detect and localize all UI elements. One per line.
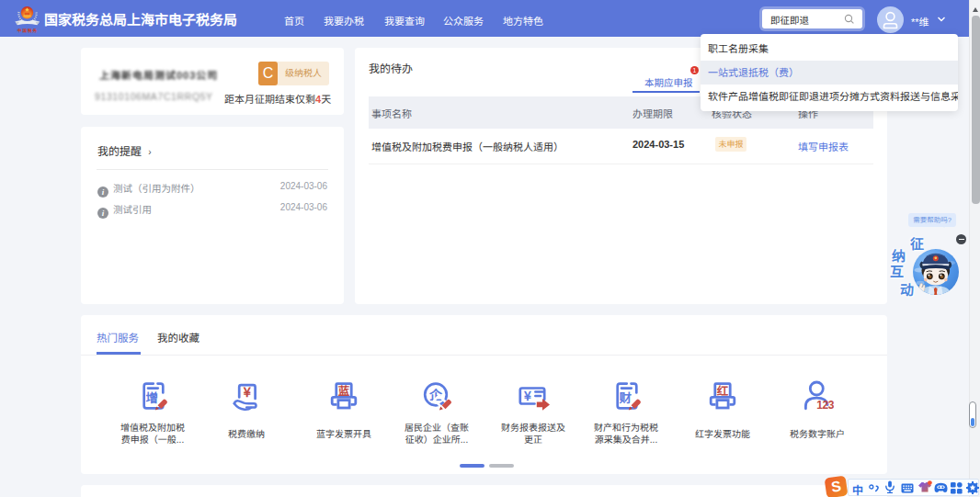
svg-text:¥: ¥ <box>243 381 252 401</box>
svg-text:123: 123 <box>816 399 834 412</box>
svg-text:红: 红 <box>717 381 729 399</box>
svg-text:增: 增 <box>146 388 159 406</box>
svg-text:¥: ¥ <box>523 386 531 404</box>
svg-text:财: 财 <box>619 388 632 406</box>
svg-text:蓝: 蓝 <box>338 381 350 399</box>
svg-text:中国税务: 中国税务 <box>17 28 38 33</box>
